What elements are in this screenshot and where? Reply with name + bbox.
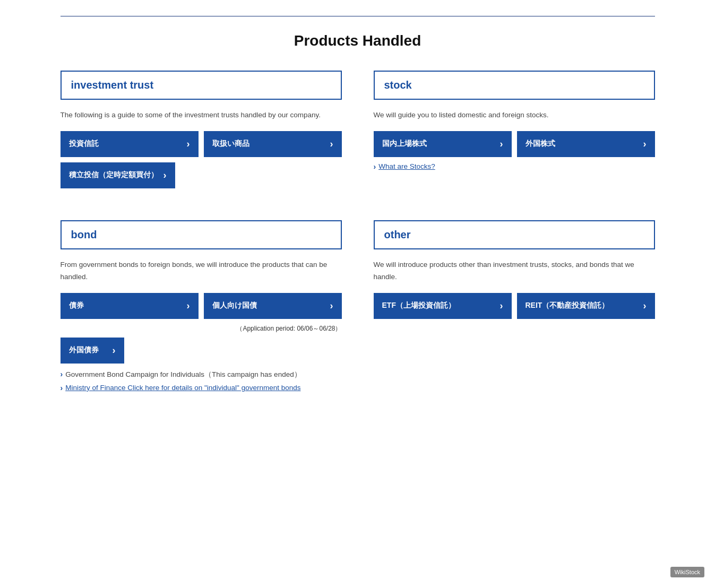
chevron-link-icon: › <box>374 162 376 171</box>
other-desc: We will introduce products other than in… <box>374 259 655 283</box>
other-title: other <box>384 229 411 240</box>
what-are-stocks-link-item: › What are Stocks? <box>374 162 655 171</box>
bond-btn-row1: 債券 › 個人向け国債 › <box>61 293 342 319</box>
section-investment-trust: investment trust The following is a guid… <box>61 71 342 194</box>
btn-foreign-stock[interactable]: 外国株式 › <box>517 131 655 157</box>
top-divider <box>61 16 655 16</box>
chevron-icon: › <box>330 300 333 312</box>
section-stock: stock We will guide you to listed domest… <box>374 71 655 194</box>
chevron-link-icon: › <box>61 370 63 378</box>
chevron-link-icon: › <box>61 384 63 392</box>
what-are-stocks-link[interactable]: What are Stocks? <box>378 162 435 170</box>
chevron-icon: › <box>500 139 503 150</box>
investment-trust-desc: The following is a guide to some of the … <box>61 109 342 122</box>
stock-btn-row: 国内上場株式 › 外国株式 › <box>374 131 655 157</box>
chevron-icon: › <box>163 170 167 181</box>
bond-title: bond <box>71 229 97 240</box>
stock-desc: We will guide you to listed domestic and… <box>374 109 655 122</box>
investment-trust-header: investment trust <box>61 71 342 100</box>
investment-trust-btn-row2: 積立投信（定時定額買付） › <box>61 162 342 188</box>
chevron-icon: › <box>643 139 647 150</box>
btn-reit[interactable]: REIT（不動産投資信託） › <box>517 293 655 319</box>
bond-desc: From government bonds to foreign bonds, … <box>61 259 342 283</box>
chevron-icon: › <box>187 139 190 150</box>
btn-gaikoku-saiken[interactable]: 外国債券 › <box>61 338 124 364</box>
btn-etf[interactable]: ETF（上場投資信託） › <box>374 293 512 319</box>
bond-note: （Application period: 06/06～06/28） <box>61 324 342 333</box>
btn-toriatsukai[interactable]: 取扱い商品 › <box>204 131 342 157</box>
section-bond: bond From government bonds to foreign bo… <box>61 220 342 396</box>
bond-header: bond <box>61 220 342 249</box>
btn-tsumitate[interactable]: 積立投信（定時定額買付） › <box>61 162 175 188</box>
investment-trust-btn-row1: 投資信託 › 取扱い商品 › <box>61 131 342 157</box>
btn-domestic-stock[interactable]: 国内上場株式 › <box>374 131 512 157</box>
bond-campaign-link-item: › Government Bond Campaign for Individua… <box>61 370 342 379</box>
mof-link[interactable]: Ministry of Finance Click here for detai… <box>65 384 300 392</box>
bond-btn-row2: 外国債券 › <box>61 338 342 364</box>
btn-kojin-kokusai[interactable]: 個人向け国債 › <box>204 293 342 319</box>
chevron-icon: › <box>187 300 190 312</box>
chevron-icon: › <box>643 300 647 312</box>
page-title: Products Handled <box>61 32 655 49</box>
investment-trust-title: investment trust <box>71 79 154 91</box>
products-grid: investment trust The following is a guid… <box>61 71 655 396</box>
other-header: other <box>374 220 655 249</box>
section-other: other We will introduce products other t… <box>374 220 655 396</box>
stock-header: stock <box>374 71 655 100</box>
other-btn-row: ETF（上場投資信託） › REIT（不動産投資信託） › <box>374 293 655 319</box>
chevron-icon: › <box>330 139 333 150</box>
bond-campaign-text: Government Bond Campaign for Individuals… <box>65 370 301 379</box>
chevron-icon: › <box>500 300 503 312</box>
stock-title: stock <box>384 79 412 91</box>
chevron-icon: › <box>113 345 116 356</box>
mof-link-item: › Ministry of Finance Click here for det… <box>61 384 342 392</box>
btn-saiken[interactable]: 債券 › <box>61 293 199 319</box>
btn-toushin[interactable]: 投資信託 › <box>61 131 199 157</box>
